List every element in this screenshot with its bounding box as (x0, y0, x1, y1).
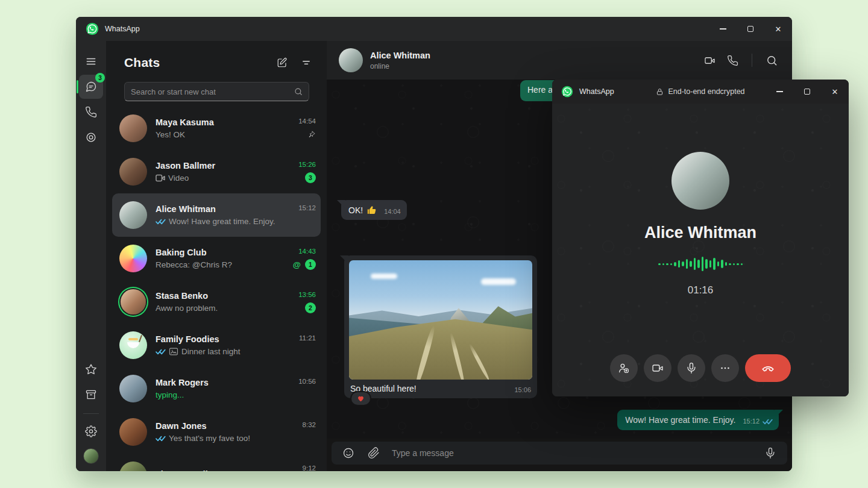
search-in-chat-button[interactable] (762, 51, 781, 70)
incoming-photo-message[interactable]: So beautiful here! 15:06 (344, 255, 537, 398)
heart-reaction[interactable] (350, 391, 371, 406)
chats-unread-badge: 3 (95, 73, 105, 83)
rail-divider (83, 413, 99, 414)
incoming-message-ok[interactable]: OK! 14:04 (341, 200, 407, 220)
filter-chats-button[interactable] (297, 53, 316, 72)
call-contact-name: Alice Whitman (644, 224, 756, 242)
chat-list-item[interactable]: Baking Club Rebecca: @Chris R? 14:43 @ 1 (112, 237, 321, 280)
minimize-icon (720, 28, 726, 29)
chat-time: 15:12 (298, 204, 316, 211)
minimize-button[interactable] (766, 80, 793, 104)
chat-list-item[interactable]: Family Foodies Dinner last night 11:21 (112, 324, 321, 367)
archive-icon (85, 389, 97, 401)
attach-button[interactable] (366, 446, 381, 460)
new-chat-button[interactable] (272, 53, 292, 72)
my-profile-avatar[interactable] (83, 448, 99, 464)
nav-settings-button[interactable] (79, 419, 103, 443)
menu-button[interactable] (79, 49, 103, 74)
chat-name: Family Foodies (156, 334, 282, 344)
minimize-button[interactable] (709, 17, 737, 41)
read-receipt-double-tick-icon (156, 435, 166, 442)
conversation-header: Alice Whitman online (327, 41, 792, 80)
conversation-avatar[interactable] (339, 48, 363, 72)
chat-name: Baking Club (156, 248, 282, 257)
chat-list-item[interactable]: Maya Kasuma Yes! OK 14:54 (112, 107, 321, 150)
toggle-video-button[interactable] (644, 354, 671, 382)
maximize-button[interactable] (793, 80, 821, 104)
maximize-button[interactable] (737, 17, 764, 41)
smiley-icon (342, 447, 354, 459)
mic-button[interactable] (763, 446, 778, 460)
nav-starred-button[interactable] (79, 357, 103, 381)
chat-list-item[interactable]: Dawn Jones Yes that's my fave too! 8:32 (112, 410, 321, 454)
hamburger-icon (85, 55, 97, 67)
chat-time: 9:12 (303, 465, 316, 471)
conversation-name: Alice Whitman (370, 51, 430, 60)
ellipsis-icon (719, 362, 731, 374)
unread-badge: 1 (305, 259, 316, 270)
chat-name: Maya Kasuma (156, 117, 282, 127)
chat-time: 14:54 (298, 117, 316, 125)
main-titlebar: WhatsApp ✕ (76, 17, 792, 41)
chat-preview: Wow! Have great time. Enjoy. (156, 217, 282, 226)
read-receipt-double-tick-icon (156, 348, 166, 355)
message-input[interactable] (392, 448, 752, 458)
chat-preview-text: Video (168, 174, 189, 183)
chat-preview-text: Rebecca: @Chris R? (156, 260, 232, 269)
chat-avatar (119, 461, 147, 471)
phone-icon (727, 55, 738, 66)
call-duration: 01:16 (688, 284, 714, 296)
photo-landscape[interactable] (349, 260, 532, 380)
nav-calls-button[interactable] (79, 100, 103, 124)
add-person-button[interactable] (610, 354, 638, 382)
chat-preview: Rebecca: @Chris R? (156, 260, 282, 269)
chat-list-item[interactable]: Alice Whitman Wow! Have great time. Enjo… (112, 193, 321, 237)
chat-list-item[interactable]: Jason Ballmer Video 15:26 3 (112, 150, 321, 193)
close-button[interactable]: ✕ (821, 80, 849, 104)
message-text: Wow! Have great time. Enjoy. (625, 415, 735, 425)
nav-chats-button[interactable]: 3 (79, 75, 103, 99)
chat-avatar (119, 245, 147, 272)
microphone-icon (764, 447, 776, 459)
star-icon (85, 363, 97, 375)
chat-bubble-icon (85, 81, 97, 93)
chat-list-item[interactable]: Stasa Benko Aww no problem. 13:56 2 (112, 280, 321, 324)
gear-icon (85, 425, 97, 437)
message-time: 14:04 (384, 208, 401, 215)
chat-preview: Aww no problem. (156, 304, 282, 313)
video-call-button[interactable] (700, 51, 719, 70)
chat-list-item[interactable]: Mark Rogers typing... 10:56 (112, 367, 321, 410)
emoji-button[interactable] (341, 446, 356, 460)
thumbs-up-emoji (366, 205, 377, 215)
chat-time: 10:56 (298, 378, 316, 385)
chat-name: Mark Rogers (156, 378, 282, 387)
chat-name: Ziggy Woodley (156, 469, 282, 472)
voice-call-button[interactable] (723, 51, 742, 70)
nav-archived-button[interactable] (79, 383, 103, 407)
chat-time: 15:26 (298, 161, 316, 168)
lock-icon (656, 88, 664, 96)
end-call-icon (761, 361, 775, 375)
outgoing-message-wow[interactable]: Wow! Have great time. Enjoy. 15:12 (617, 410, 779, 430)
toggle-mic-button[interactable] (678, 354, 705, 382)
nav-status-button[interactable] (79, 125, 103, 149)
chat-search-box[interactable] (124, 82, 309, 101)
more-options-button[interactable] (711, 354, 739, 382)
close-icon: ✕ (832, 88, 838, 96)
chat-name: Alice Whitman (156, 204, 282, 214)
encryption-label: End-to-end endcrypted (668, 87, 744, 96)
search-icon (766, 55, 778, 66)
chat-list-item[interactable]: Ziggy Woodley 9:12 (112, 454, 321, 471)
call-body: Alice Whitman 01:16 (552, 104, 849, 396)
whatsapp-call-window: WhatsApp End-to-end endcrypted ✕ Alice W… (552, 80, 849, 396)
end-call-button[interactable] (745, 354, 791, 382)
read-receipt-double-tick-icon (763, 418, 773, 425)
search-icon (294, 87, 303, 96)
whatsapp-logo-icon (86, 22, 99, 36)
composer-area (327, 439, 792, 471)
chat-list: Maya Kasuma Yes! OK 14:54 Jason Ballmer (106, 107, 327, 471)
chat-search-input[interactable] (131, 87, 294, 96)
chat-avatar (119, 201, 147, 229)
close-button[interactable]: ✕ (764, 17, 792, 41)
chat-avatar (121, 289, 146, 314)
